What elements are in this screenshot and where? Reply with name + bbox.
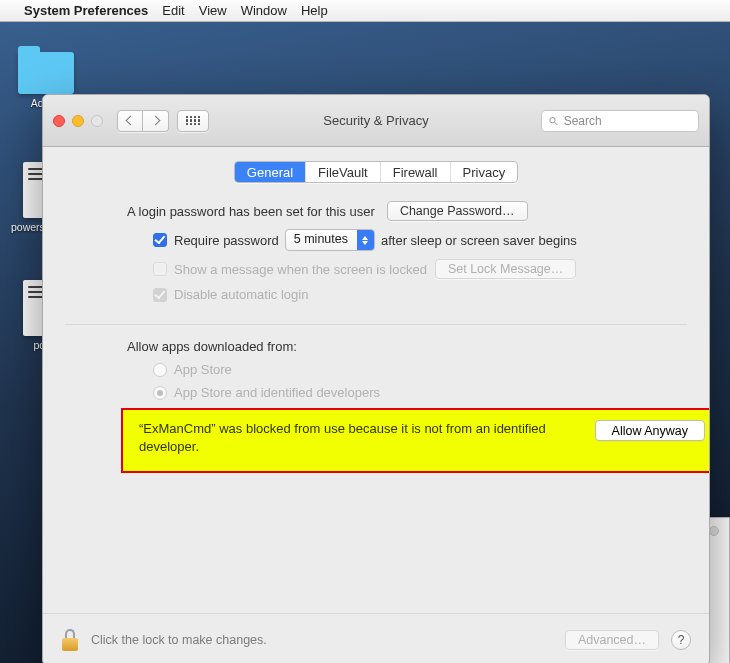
svg-line-1 — [555, 122, 558, 125]
chevron-up-down-icon — [357, 230, 374, 250]
back-button[interactable] — [117, 110, 143, 132]
login-password-label: A login password has been set for this u… — [127, 204, 375, 219]
tab-privacy[interactable]: Privacy — [450, 162, 518, 182]
system-preferences-window: Security & Privacy General FileVault Fir… — [42, 94, 710, 663]
identified-dev-option-label: App Store and identified developers — [174, 385, 380, 400]
show-message-label: Show a message when the screen is locked — [174, 262, 427, 277]
advanced-button: Advanced… — [565, 630, 659, 650]
menu-view[interactable]: View — [199, 3, 227, 18]
pane-footer: Click the lock to make changes. Advanced… — [43, 613, 709, 663]
zoom-button — [91, 115, 103, 127]
menu-help[interactable]: Help — [301, 3, 328, 18]
appstore-radio — [153, 363, 167, 377]
svg-point-0 — [550, 117, 555, 122]
set-lock-message-button: Set Lock Message… — [435, 259, 576, 279]
appstore-option-label: App Store — [174, 362, 232, 377]
nav-buttons — [117, 110, 169, 132]
search-icon — [548, 115, 559, 127]
chevron-left-icon — [125, 116, 135, 126]
search-input[interactable] — [564, 114, 692, 128]
desktop: Adobe powershell-7.R powe s /b com/ tent — [0, 22, 730, 663]
menubar: System Preferences Edit View Window Help — [0, 0, 730, 22]
password-section: A login password has been set for this u… — [65, 199, 687, 302]
disable-auto-login-checkbox — [153, 288, 167, 302]
window-toolbar: Security & Privacy — [43, 95, 709, 147]
help-button[interactable]: ? — [671, 630, 691, 650]
require-password-delay-select[interactable]: 5 minutes — [285, 229, 375, 251]
lock-text: Click the lock to make changes. — [91, 633, 267, 647]
minimize-button[interactable] — [72, 115, 84, 127]
tab-general[interactable]: General — [235, 162, 305, 182]
select-value: 5 minutes — [286, 230, 357, 250]
lock-icon[interactable] — [61, 629, 79, 651]
allow-apps-label: Allow apps downloaded from: — [127, 339, 673, 354]
tab-firewall[interactable]: Firewall — [380, 162, 450, 182]
allow-anyway-button[interactable]: Allow Anyway — [595, 420, 705, 441]
show-all-button[interactable] — [177, 110, 209, 132]
menu-edit[interactable]: Edit — [162, 3, 184, 18]
folder-icon — [18, 52, 74, 94]
blocked-app-highlight: “ExManCmd” was blocked from use because … — [121, 408, 710, 473]
forward-button[interactable] — [143, 110, 169, 132]
disable-auto-login-label: Disable automatic login — [174, 287, 308, 302]
window-traffic-lights — [53, 115, 103, 127]
tab-bar: General FileVault Firewall Privacy — [234, 161, 518, 183]
gatekeeper-section: Allow apps downloaded from: App Store Ap… — [65, 339, 687, 473]
menubar-app-name[interactable]: System Preferences — [24, 3, 148, 18]
section-divider — [65, 324, 687, 325]
show-message-checkbox — [153, 262, 167, 276]
blocked-app-message: “ExManCmd” was blocked from use because … — [139, 420, 577, 455]
preferences-body: General FileVault Firewall Privacy A log… — [43, 147, 709, 613]
tab-filevault[interactable]: FileVault — [305, 162, 380, 182]
grid-icon — [186, 116, 200, 126]
close-button[interactable] — [53, 115, 65, 127]
require-password-label: Require password — [174, 233, 279, 248]
require-password-after-label: after sleep or screen saver begins — [381, 233, 577, 248]
require-password-checkbox[interactable] — [153, 233, 167, 247]
identified-dev-radio — [153, 386, 167, 400]
change-password-button[interactable]: Change Password… — [387, 201, 528, 221]
menu-window[interactable]: Window — [241, 3, 287, 18]
chevron-right-icon — [151, 116, 161, 126]
search-field[interactable] — [541, 110, 699, 132]
